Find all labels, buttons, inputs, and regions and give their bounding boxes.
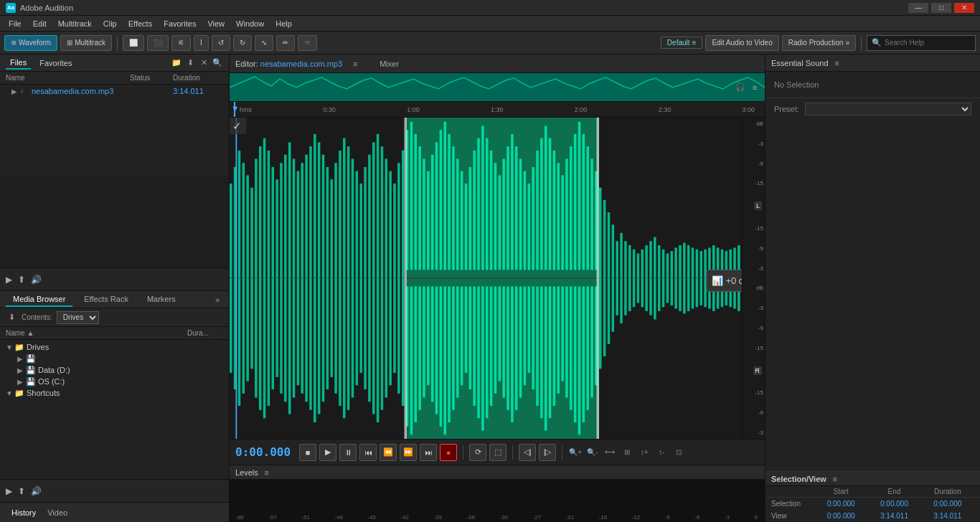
mini-wave-headphone-icon[interactable]: 🎧 [735, 82, 746, 93]
menu-effects[interactable]: Effects [123, 18, 158, 29]
expand-media-button[interactable]: » [212, 294, 223, 305]
zoom-out-button[interactable]: 🔍- [585, 445, 600, 460]
drive-empty-expand-icon: ▶ [17, 355, 26, 363]
tab-effects-rack[interactable]: Effects Rack [77, 293, 136, 307]
radio-production[interactable]: Radio Production » [782, 35, 856, 51]
media-play-button[interactable]: ▶ [6, 486, 12, 496]
tab-files[interactable]: Files [6, 57, 31, 70]
drive-d-expand-icon: ▶ [17, 366, 26, 374]
zoom-full-button[interactable]: ⟷ [603, 445, 617, 460]
media-autoplay-button[interactable]: 🔊 [31, 486, 42, 496]
rewind-button[interactable]: ⏪ [380, 444, 397, 461]
nudge-right-button[interactable]: |▷ [539, 444, 556, 461]
tool-time[interactable]: I [194, 35, 209, 51]
import-media-button[interactable]: ⬇ [6, 312, 17, 323]
menu-file[interactable]: File [3, 18, 27, 29]
export-clip-button[interactable]: ⬚ [489, 444, 507, 461]
search-files-button[interactable]: 🔍 [212, 57, 223, 69]
media-export-button[interactable]: ⬆ [18, 486, 25, 496]
menu-multitrack[interactable]: Multitrack [52, 18, 98, 29]
contents-select[interactable]: Drives [57, 311, 99, 324]
new-folder-button[interactable]: 📁 [171, 57, 182, 69]
menu-help[interactable]: Help [270, 18, 298, 29]
zoom-special-button[interactable]: ⊡ [672, 445, 686, 460]
fast-forward-button[interactable]: ⏩ [400, 444, 417, 461]
selection-view-menu-icon[interactable]: ≡ [829, 473, 841, 485]
pause-button[interactable]: ⏸ [339, 444, 357, 461]
sv-sel-start[interactable]: 0:00.000 [814, 500, 867, 508]
selection-view-section: Selection/View ≡ Start End Duration Sele… [765, 471, 980, 522]
minimize-button[interactable]: — [908, 3, 928, 13]
play-preview-button[interactable]: ▶ [6, 275, 12, 285]
menu-favorites[interactable]: Favorites [158, 18, 202, 29]
loop-button[interactable]: ⟳ [469, 444, 486, 461]
tree-drive-d[interactable]: ▶ 💾 Data (D:) [0, 364, 229, 376]
file-item[interactable]: ▶ ♪ nesabamedia.com.mp3 3:14.011 [0, 85, 229, 98]
tab-history[interactable]: History [6, 506, 42, 519]
sv-view-start[interactable]: 0:00.000 [814, 512, 867, 520]
tree-drive-empty[interactable]: ▶ 💾 [0, 353, 229, 364]
essential-sound-menu-button[interactable]: ≡ [831, 57, 843, 69]
tool-pencil[interactable]: ✏ [276, 35, 295, 51]
workspace-selector[interactable]: Default ≡ [661, 37, 703, 49]
zoom-out-vert-button[interactable]: ↕- [654, 445, 669, 460]
menubar: File Edit Multitrack Clip Effects Favori… [0, 16, 980, 32]
svg-rect-209 [578, 286, 581, 435]
menu-clip[interactable]: Clip [98, 18, 123, 29]
sv-sel-end[interactable]: 0:00.000 [867, 500, 920, 508]
tool-fade[interactable]: ∿ [255, 35, 273, 51]
tool-razor[interactable]: ⚟ [171, 35, 191, 51]
maximize-button[interactable]: □ [931, 3, 951, 13]
close-button[interactable]: ✕ [954, 3, 974, 13]
svg-rect-141 [293, 278, 296, 398]
nudge-left-button[interactable]: ◁| [519, 444, 536, 461]
mixer-tab[interactable]: Mixer [374, 58, 405, 70]
tool-rect[interactable]: ⬜ [123, 35, 144, 51]
play-button[interactable]: ▶ [319, 444, 336, 461]
record-button[interactable]: ● [440, 444, 457, 461]
waveform-button[interactable]: ≋ Waveform [4, 35, 57, 51]
zoom-in-button[interactable]: 🔍+ [568, 445, 583, 460]
zoom-sel-button[interactable]: ⊞ [620, 445, 634, 460]
menu-window[interactable]: Window [230, 18, 270, 29]
sv-view-duration[interactable]: 3:14.011 [921, 512, 974, 520]
tab-favorites[interactable]: Favorites [35, 57, 76, 69]
editor-menu-button[interactable]: ≡ [349, 58, 361, 70]
autoplay-button[interactable]: 🔊 [31, 275, 42, 285]
tree-drive-c[interactable]: ▶ 💾 OS (C:) [0, 376, 229, 387]
tree-drives[interactable]: ▼ 📁 Drives [0, 341, 229, 353]
menu-view[interactable]: View [202, 18, 230, 29]
tool-select[interactable]: ⬛ [147, 35, 169, 51]
sv-view-end[interactable]: 3:14.011 [867, 512, 920, 520]
search-input[interactable] [885, 39, 971, 47]
tree-shortcuts[interactable]: ▼ 📁 Shortcuts [0, 387, 229, 399]
stop-button[interactable]: ■ [299, 444, 316, 461]
menu-edit[interactable]: Edit [27, 18, 52, 29]
tab-markers[interactable]: Markers [140, 293, 183, 307]
skip-start-button[interactable]: ⏮ [359, 444, 377, 461]
export-button[interactable]: ⬆ [18, 275, 25, 285]
sv-sel-duration[interactable]: 0:00.000 [921, 500, 974, 508]
svg-rect-156 [356, 278, 359, 385]
levels-menu-button[interactable]: ≡ [261, 467, 273, 478]
multitrack-button[interactable]: ⊞ Multitrack [60, 35, 112, 51]
tab-media-browser[interactable]: Media Browser [6, 293, 72, 307]
svg-rect-203 [553, 286, 556, 406]
tool-hand[interactable]: ☜ [298, 35, 317, 51]
vu-minus15-2: -15 [755, 225, 763, 232]
tool-redo[interactable]: ↻ [233, 35, 252, 51]
skip-end-button[interactable]: ⏭ [420, 444, 437, 461]
close-file-button[interactable]: ✕ [198, 57, 209, 69]
waveform-area[interactable]: 📊 +0 dB ↗ ✓ [230, 118, 742, 439]
svg-rect-208 [574, 286, 577, 422]
edit-audio-to-video[interactable]: Edit Audio to Video [705, 35, 778, 51]
mini-wave-menu-icon[interactable]: ≡ [749, 82, 760, 93]
svg-rect-222 [633, 278, 636, 307]
svg-rect-170 [415, 286, 418, 422]
tool-undo[interactable]: ↺ [212, 35, 230, 51]
tab-video[interactable]: Video [42, 506, 73, 519]
import-button[interactable]: ⬇ [184, 57, 196, 69]
preset-select[interactable] [805, 103, 971, 115]
svg-rect-44 [402, 151, 405, 278]
zoom-in-vert-button[interactable]: ↕+ [637, 445, 651, 460]
